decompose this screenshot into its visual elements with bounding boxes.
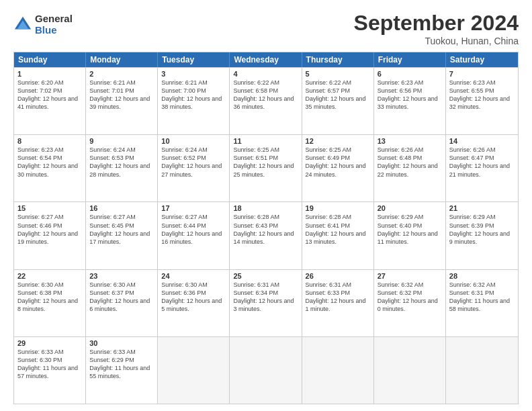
- week-row-1: 1 Sunrise: 6:20 AM Sunset: 7:02 PM Dayli…: [14, 67, 518, 134]
- day-num-5: 5: [306, 70, 370, 78]
- day-7-text: Sunrise: 6:23 AM Sunset: 6:55 PM Dayligh…: [449, 79, 515, 111]
- day-num-2: 2: [89, 70, 154, 78]
- page: General Blue September 2024 Tuokou, Huna…: [0, 0, 532, 411]
- day-2-text: Sunrise: 6:21 AM Sunset: 7:01 PM Dayligh…: [89, 79, 154, 111]
- title-block: September 2024 Tuokou, Hunan, China: [354, 11, 519, 46]
- header-saturday: Saturday: [446, 52, 518, 67]
- day-12: 12 Sunrise: 6:25 AM Sunset: 6:49 PM Dayl…: [302, 135, 374, 201]
- header-monday: Monday: [86, 52, 158, 67]
- month-title: September 2024: [354, 11, 519, 36]
- day-3-text: Sunrise: 6:21 AM Sunset: 7:00 PM Dayligh…: [161, 79, 226, 111]
- day-14: 14 Sunrise: 6:26 AM Sunset: 6:47 PM Dayl…: [446, 135, 518, 201]
- day-29: 29 Sunrise: 6:33 AM Sunset: 6:30 PM Dayl…: [14, 337, 86, 404]
- empty-5: [446, 337, 518, 404]
- logo-blue: Blue: [35, 25, 73, 36]
- header-friday: Friday: [374, 52, 446, 67]
- day-8: 8 Sunrise: 6:23 AM Sunset: 6:54 PM Dayli…: [14, 135, 86, 201]
- header-wednesday: Wednesday: [230, 52, 302, 67]
- empty-3: [302, 337, 374, 404]
- logo: General Blue: [13, 13, 73, 36]
- day-30: 30 Sunrise: 6:33 AM Sunset: 6:29 PM Dayl…: [86, 337, 158, 404]
- week-row-5: 29 Sunrise: 6:33 AM Sunset: 6:30 PM Dayl…: [14, 336, 518, 404]
- day-23: 23 Sunrise: 6:30 AM Sunset: 6:37 PM Dayl…: [86, 270, 158, 336]
- day-26: 26 Sunrise: 6:31 AM Sunset: 6:33 PM Dayl…: [302, 270, 374, 336]
- header: General Blue September 2024 Tuokou, Huna…: [13, 11, 519, 46]
- day-5: 5 Sunrise: 6:22 AM Sunset: 6:57 PM Dayli…: [302, 68, 374, 134]
- day-24: 24 Sunrise: 6:30 AM Sunset: 6:36 PM Dayl…: [158, 270, 230, 336]
- day-11: 11 Sunrise: 6:25 AM Sunset: 6:51 PM Dayl…: [230, 135, 302, 201]
- header-thursday: Thursday: [302, 52, 374, 67]
- day-6: 6 Sunrise: 6:23 AM Sunset: 6:56 PM Dayli…: [374, 68, 446, 134]
- day-6-text: Sunrise: 6:23 AM Sunset: 6:56 PM Dayligh…: [378, 79, 442, 111]
- calendar-body: 1 Sunrise: 6:20 AM Sunset: 7:02 PM Dayli…: [14, 67, 518, 404]
- day-num-6: 6: [378, 70, 442, 78]
- day-4: 4 Sunrise: 6:22 AM Sunset: 6:58 PM Dayli…: [230, 68, 302, 134]
- day-20: 20 Sunrise: 6:29 AM Sunset: 6:40 PM Dayl…: [374, 202, 446, 269]
- empty-4: [374, 337, 446, 404]
- day-10: 10 Sunrise: 6:24 AM Sunset: 6:52 PM Dayl…: [158, 135, 230, 201]
- day-18: 18 Sunrise: 6:28 AM Sunset: 6:43 PM Dayl…: [230, 202, 302, 269]
- day-9: 9 Sunrise: 6:24 AM Sunset: 6:53 PM Dayli…: [86, 135, 158, 201]
- logo-general: General: [35, 13, 73, 25]
- week-row-4: 22 Sunrise: 6:30 AM Sunset: 6:38 PM Dayl…: [14, 269, 518, 336]
- day-13: 13 Sunrise: 6:26 AM Sunset: 6:48 PM Dayl…: [374, 135, 446, 201]
- header-sunday: Sunday: [14, 52, 86, 67]
- week-row-3: 15 Sunrise: 6:27 AM Sunset: 6:46 PM Dayl…: [14, 201, 518, 269]
- day-num-1: 1: [17, 70, 82, 78]
- day-17: 17 Sunrise: 6:27 AM Sunset: 6:44 PM Dayl…: [158, 202, 230, 269]
- calendar: Sunday Monday Tuesday Wednesday Thursday…: [13, 52, 519, 404]
- week-row-2: 8 Sunrise: 6:23 AM Sunset: 6:54 PM Dayli…: [14, 134, 518, 201]
- day-16: 16 Sunrise: 6:27 AM Sunset: 6:45 PM Dayl…: [86, 202, 158, 269]
- day-num-4: 4: [233, 70, 298, 78]
- day-22: 22 Sunrise: 6:30 AM Sunset: 6:38 PM Dayl…: [14, 270, 86, 336]
- day-15: 15 Sunrise: 6:27 AM Sunset: 6:46 PM Dayl…: [14, 202, 86, 269]
- day-28: 28 Sunrise: 6:32 AM Sunset: 6:31 PM Dayl…: [446, 270, 518, 336]
- logo-text: General Blue: [35, 13, 73, 36]
- day-1-text: Sunrise: 6:20 AM Sunset: 7:02 PM Dayligh…: [17, 79, 82, 111]
- day-5-text: Sunrise: 6:22 AM Sunset: 6:57 PM Dayligh…: [306, 79, 370, 111]
- day-num-3: 3: [161, 70, 226, 78]
- day-21: 21 Sunrise: 6:29 AM Sunset: 6:39 PM Dayl…: [446, 202, 518, 269]
- logo-icon: [13, 15, 32, 34]
- day-19: 19 Sunrise: 6:28 AM Sunset: 6:41 PM Dayl…: [302, 202, 374, 269]
- day-1: 1 Sunrise: 6:20 AM Sunset: 7:02 PM Dayli…: [14, 68, 86, 134]
- day-7: 7 Sunrise: 6:23 AM Sunset: 6:55 PM Dayli…: [446, 68, 518, 134]
- header-tuesday: Tuesday: [158, 52, 230, 67]
- calendar-header: Sunday Monday Tuesday Wednesday Thursday…: [14, 52, 518, 67]
- day-25: 25 Sunrise: 6:31 AM Sunset: 6:34 PM Dayl…: [230, 270, 302, 336]
- day-num-7: 7: [449, 70, 515, 78]
- day-27: 27 Sunrise: 6:32 AM Sunset: 6:32 PM Dayl…: [374, 270, 446, 336]
- day-2: 2 Sunrise: 6:21 AM Sunset: 7:01 PM Dayli…: [86, 68, 158, 134]
- location: Tuokou, Hunan, China: [354, 36, 519, 46]
- day-3: 3 Sunrise: 6:21 AM Sunset: 7:00 PM Dayli…: [158, 68, 230, 134]
- day-4-text: Sunrise: 6:22 AM Sunset: 6:58 PM Dayligh…: [233, 79, 298, 111]
- empty-1: [158, 337, 230, 404]
- empty-2: [230, 337, 302, 404]
